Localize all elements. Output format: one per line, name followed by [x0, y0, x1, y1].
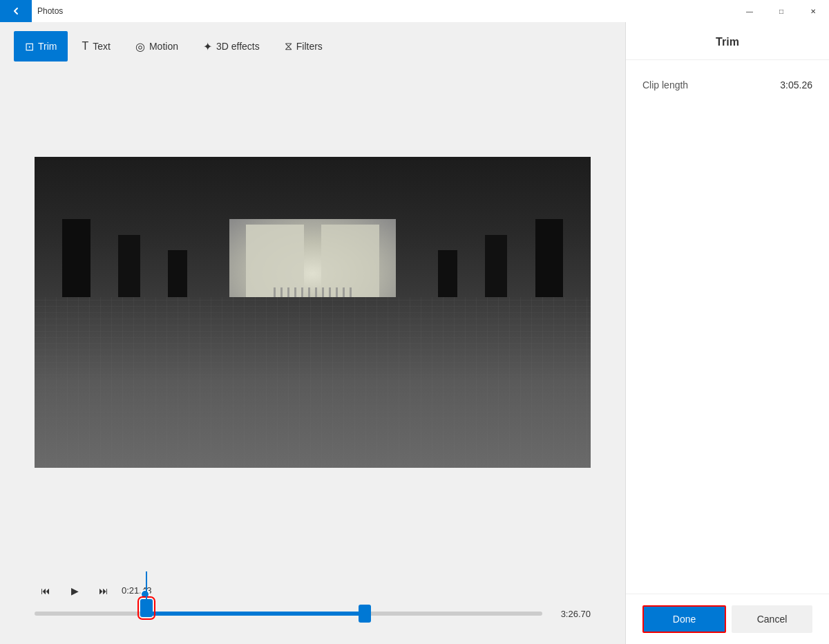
motion-icon: ◎ — [135, 40, 145, 53]
trim-icon: ⊡ — [25, 40, 34, 53]
playback-controls: ⏮ ▶ ⏭ 0:21.43 — [35, 580, 591, 602]
timeline-container: 3:26.70 — [35, 609, 591, 619]
title-bar-left: Photos — [0, 0, 63, 22]
trim-button[interactable]: ⊡ Trim — [14, 31, 68, 61]
filters-button[interactable]: ⧖ Filters — [274, 31, 334, 61]
motion-button[interactable]: ◎ Motion — [124, 31, 189, 61]
video-scene — [35, 157, 591, 468]
back-button[interactable] — [0, 0, 32, 22]
main-area: ⊡ Trim T Text ◎ Motion ✦ 3D effects ⧖ Fi… — [0, 22, 829, 644]
filters-icon: ⧖ — [285, 40, 292, 53]
playhead-line — [146, 571, 147, 606]
title-bar-controls: — □ ✕ — [734, 0, 829, 22]
floor — [35, 297, 591, 468]
effects-button[interactable]: ✦ 3D effects — [192, 31, 271, 61]
video-frame — [35, 157, 591, 468]
app-title: Photos — [37, 6, 63, 16]
cancel-button[interactable]: Cancel — [732, 605, 812, 633]
panel-footer: Done Cancel — [626, 594, 829, 644]
trim-handle-left-container — [140, 610, 153, 617]
effects-icon: ✦ — [203, 40, 212, 53]
timeline-track[interactable] — [35, 612, 542, 616]
trim-handle-left[interactable] — [140, 599, 153, 617]
panel-content: Clip length 3:05.26 — [626, 60, 829, 594]
left-panel: ⊡ Trim T Text ◎ Motion ✦ 3D effects ⧖ Fi… — [0, 22, 625, 644]
toolbar: ⊡ Trim T Text ◎ Motion ✦ 3D effects ⧖ Fi… — [0, 22, 625, 70]
close-button[interactable]: ✕ — [797, 0, 829, 22]
total-time: 3:26.70 — [549, 609, 591, 619]
step-forward-button[interactable]: ⏭ — [93, 580, 115, 602]
right-panel: Trim Clip length 3:05.26 Done Cancel — [625, 22, 829, 644]
timeline-selected-range — [146, 612, 365, 616]
trim-handle-right-container — [359, 605, 371, 623]
clip-length-label: Clip length — [642, 79, 688, 91]
play-button[interactable]: ▶ — [64, 580, 86, 602]
text-button[interactable]: T Text — [70, 31, 121, 61]
text-icon: T — [82, 40, 88, 53]
title-bar: Photos — □ ✕ — [0, 0, 829, 22]
clip-length-row: Clip length 3:05.26 — [642, 74, 812, 96]
clip-length-value: 3:05.26 — [780, 79, 812, 91]
maximize-button[interactable]: □ — [765, 0, 797, 22]
done-button[interactable]: Done — [642, 605, 726, 633]
minimize-button[interactable]: — — [734, 0, 765, 22]
panel-title: Trim — [626, 22, 829, 60]
playhead-circle — [140, 589, 150, 599]
controls-bar: ⏮ ▶ ⏭ 0:21.43 — [0, 554, 625, 644]
step-back-button[interactable]: ⏮ — [35, 580, 57, 602]
trim-handle-right[interactable] — [359, 605, 371, 623]
video-container — [0, 70, 625, 554]
